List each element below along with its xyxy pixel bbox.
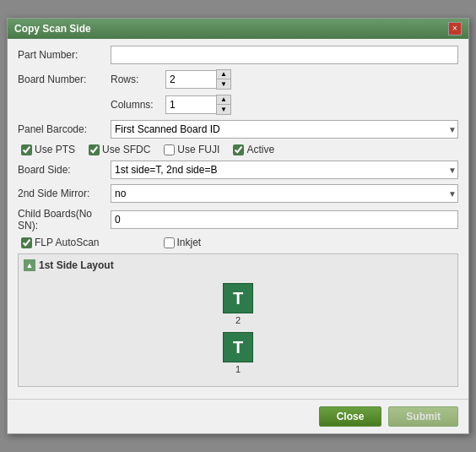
layout-area: T 2 T 1: [24, 276, 452, 381]
dialog-footer: Close Submit: [8, 399, 468, 433]
board-side-select[interactable]: 1st side=T, 2nd side=B: [111, 161, 458, 179]
flp-autoscan-label: FLP AutoScan: [35, 237, 100, 248]
checkbox-row-2: FLP AutoScan Inkjet: [18, 237, 458, 248]
checkbox-row-1: Use PTS Use SFDC Use FUJI Active: [18, 144, 458, 155]
dialog-title: Copy Scan Side: [14, 23, 91, 35]
columns-label: Columns:: [111, 99, 165, 111]
dialog-body: Part Number: Board Number: Rows: ▲ ▼ Col…: [8, 39, 468, 399]
close-button[interactable]: Close: [319, 406, 382, 427]
panel-barcode-row: Panel Barcode: First Scanned Board ID ▼: [18, 120, 458, 139]
panel-barcode-select[interactable]: First Scanned Board ID: [111, 120, 458, 139]
part-number-input[interactable]: [111, 46, 458, 64]
rows-decrement-button[interactable]: ▼: [217, 79, 230, 89]
part-number-label: Part Number:: [18, 49, 111, 61]
board-side-select-wrapper: 1st side=T, 2nd side=B ▼: [111, 161, 458, 179]
child-boards-row: Child Boards(No SN):: [18, 208, 458, 231]
board-side-row: Board Side: 1st side=T, 2nd side=B ▼: [18, 161, 458, 179]
inkjet-label: Inkjet: [177, 237, 202, 248]
board-tile-label-2: 1: [223, 364, 253, 374]
use-pts-checkbox[interactable]: [21, 144, 32, 155]
rows-spinner: ▲ ▼: [165, 69, 231, 90]
columns-input[interactable]: [165, 95, 216, 114]
use-sfdc-checkbox-item[interactable]: Use SFDC: [89, 144, 150, 155]
rows-spinner-buttons: ▲ ▼: [216, 69, 231, 90]
active-checkbox[interactable]: [233, 144, 244, 155]
flp-autoscan-checkbox[interactable]: [21, 237, 32, 248]
use-fuji-checkbox-item[interactable]: Use FUJI: [164, 144, 219, 155]
panel-collapse-button[interactable]: ▲: [24, 259, 35, 271]
copy-scan-side-dialog: Copy Scan Side × Part Number: Board Numb…: [7, 18, 469, 434]
board-tile-label-1: 2: [223, 315, 253, 325]
child-boards-input[interactable]: [111, 210, 458, 229]
side-layout-title: 1st Side Layout: [39, 259, 114, 271]
second-side-mirror-select-wrapper: no ▼: [111, 184, 458, 203]
columns-decrement-button[interactable]: ▼: [217, 105, 230, 114]
columns-increment-button[interactable]: ▲: [217, 95, 230, 105]
use-fuji-label: Use FUJI: [177, 144, 219, 155]
board-number-rows-row: Board Number: Rows: ▲ ▼: [18, 69, 458, 90]
rows-label: Rows:: [111, 74, 165, 85]
child-boards-label: Child Boards(No SN):: [18, 208, 111, 231]
columns-spinner: ▲ ▼: [165, 95, 231, 115]
board-number-label: Board Number:: [18, 74, 111, 85]
side-layout-panel: ▲ 1st Side Layout T 2 T 1: [18, 253, 458, 387]
active-label: Active: [246, 144, 274, 155]
second-side-mirror-label: 2nd Side Mirror:: [18, 188, 111, 199]
use-sfdc-checkbox[interactable]: [89, 144, 100, 155]
inkjet-checkbox[interactable]: [164, 237, 175, 248]
use-pts-checkbox-item[interactable]: Use PTS: [21, 144, 75, 155]
board-tile-2[interactable]: T: [223, 332, 253, 362]
panel-barcode-label: Panel Barcode:: [18, 123, 111, 135]
use-sfdc-label: Use SFDC: [102, 144, 150, 155]
dialog-close-button[interactable]: ×: [448, 22, 462, 35]
second-side-mirror-row: 2nd Side Mirror: no ▼: [18, 184, 458, 203]
inkjet-checkbox-item[interactable]: Inkjet: [164, 237, 202, 248]
dialog-titlebar: Copy Scan Side ×: [8, 19, 468, 39]
panel-header: ▲ 1st Side Layout: [24, 259, 452, 271]
panel-barcode-select-wrapper: First Scanned Board ID ▼: [111, 120, 458, 139]
active-checkbox-item[interactable]: Active: [233, 144, 274, 155]
board-tile-1[interactable]: T: [223, 283, 253, 313]
columns-spinner-buttons: ▲ ▼: [216, 95, 231, 115]
flp-autoscan-checkbox-item[interactable]: FLP AutoScan: [21, 237, 100, 248]
tile-group-1: T 2: [30, 283, 446, 325]
use-pts-label: Use PTS: [35, 144, 75, 155]
tile-group-2: T 1: [30, 332, 446, 374]
submit-button[interactable]: Submit: [388, 406, 458, 427]
board-side-label: Board Side:: [18, 164, 111, 176]
rows-input[interactable]: [165, 70, 216, 89]
second-side-mirror-select[interactable]: no: [111, 184, 458, 203]
rows-increment-button[interactable]: ▲: [217, 70, 230, 79]
columns-row: Columns: ▲ ▼: [111, 95, 458, 115]
part-number-row: Part Number:: [18, 46, 458, 64]
use-fuji-checkbox[interactable]: [164, 144, 175, 155]
